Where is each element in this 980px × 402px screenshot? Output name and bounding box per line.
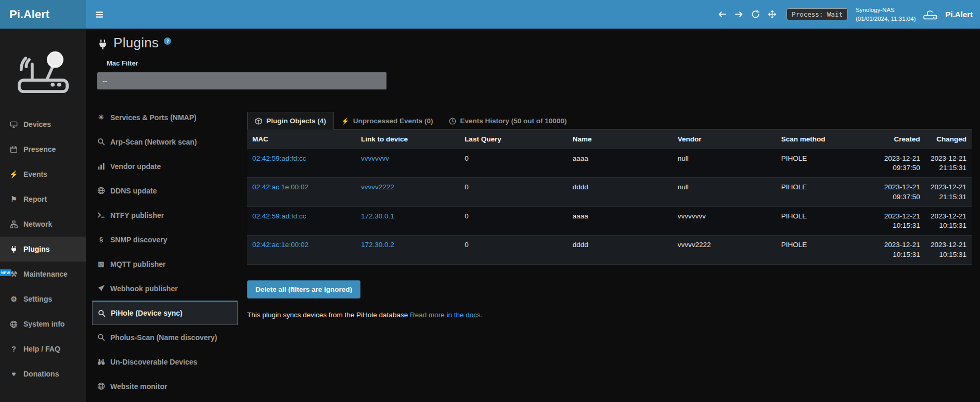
sidebar-item-presence[interactable]: Presence bbox=[0, 137, 86, 162]
device-link[interactable]: vvvvv2222 bbox=[361, 183, 394, 191]
plugin-nav-item-snmp-discovery[interactable]: § SNMP discovery bbox=[92, 227, 238, 252]
mac-link[interactable]: 02:42:ac:1e:00:02 bbox=[252, 183, 308, 191]
col-header-created: Created bbox=[879, 129, 925, 149]
help-badge[interactable]: ? bbox=[164, 37, 171, 45]
plugin-nav-item-ntfy-publisher[interactable]: NTFY publisher bbox=[92, 203, 238, 227]
cell-last-query: 0 bbox=[459, 206, 568, 235]
device-link[interactable]: 172.30.0.2 bbox=[361, 241, 394, 249]
cell-scan-method: PIHOLE bbox=[776, 149, 879, 178]
refresh-button[interactable] bbox=[751, 10, 760, 19]
host-name: Synology-NAS bbox=[856, 6, 916, 15]
mac-link[interactable]: 02:42:59:ad:fd:cc bbox=[252, 212, 306, 220]
device-link[interactable]: vvvvvvvv bbox=[361, 154, 389, 162]
cell-mac: 02:42:59:ad:fd:cc bbox=[247, 206, 356, 235]
plugin-nav-item-webhook-publisher[interactable]: Webhook publisher bbox=[92, 276, 238, 301]
plugin-nav-item-pihole-device-sync[interactable]: PiHole (Device sync) bbox=[92, 301, 238, 325]
plugin-nav-item-vendor-update[interactable]: Vendor update bbox=[92, 154, 238, 178]
plugin-nav-item-un-discoverable-devices[interactable]: Un-Discoverable Devices bbox=[92, 349, 238, 374]
plugin-nav-item-website-monitor[interactable]: Website monitor bbox=[92, 374, 238, 398]
topbar: Pi.Alert Process: Wait Synology-NAS (01/… bbox=[0, 0, 980, 29]
sidebar-item-label: Presence bbox=[23, 145, 56, 153]
sidebar-item-label: Plugins bbox=[23, 245, 50, 253]
process-status-badge: Process: Wait bbox=[786, 8, 848, 20]
plugin-nav-label: NTFY publisher bbox=[110, 211, 164, 219]
question-icon: ? bbox=[10, 345, 18, 353]
sidebar-item-events[interactable]: ⚡ Events bbox=[0, 162, 86, 187]
cell-link-to-device: 172.30.0.1 bbox=[356, 206, 459, 235]
nav-back-button[interactable] bbox=[718, 10, 727, 19]
cell-mac: 02:42:ac:1e:00:02 bbox=[247, 178, 356, 206]
sidebar-item-network[interactable]: Network bbox=[0, 212, 86, 237]
heart-icon: ♥ bbox=[10, 370, 18, 378]
cell-last-query: 0 bbox=[459, 236, 568, 264]
brand-logo[interactable]: Pi.Alert bbox=[0, 0, 86, 29]
sidebar-item-maintenance[interactable]: NEW ⚒ Maintenance bbox=[0, 262, 86, 287]
cell-mac: 02:42:ac:1e:00:02 bbox=[247, 236, 356, 264]
cell-created: 2023-12-21 10:15:31 bbox=[879, 206, 925, 235]
col-header-last-query: Last Query bbox=[459, 129, 568, 149]
tab-plugin-objects[interactable]: Plugin Objects (4) bbox=[247, 112, 334, 129]
arrow-right-icon bbox=[734, 10, 743, 19]
pialert-logo bbox=[0, 29, 86, 112]
globe-icon bbox=[10, 320, 18, 328]
topbar-right: Process: Wait Synology-NAS (01/01/2024, … bbox=[718, 0, 980, 29]
sidebar-item-settings[interactable]: ⚙ Settings bbox=[0, 287, 86, 312]
sidebar-item-label: Devices bbox=[23, 120, 51, 128]
sidebar-item-plugins[interactable]: Plugins bbox=[0, 237, 86, 262]
host-time: (01/01/2024, 11:31:04) bbox=[856, 15, 916, 23]
menu-toggle-button[interactable] bbox=[86, 0, 113, 29]
send-icon bbox=[97, 284, 105, 292]
cell-created: 2023-12-21 09:37:50 bbox=[879, 178, 925, 206]
plugin-objects-table: MAC Link to device Last Query Name Vendo… bbox=[247, 129, 972, 265]
device-link[interactable]: 172.30.0.1 bbox=[361, 212, 394, 220]
mac-link[interactable]: 02:42:59:ad:fd:cc bbox=[252, 154, 306, 162]
plugin-nav-label: PiHole (Device sync) bbox=[111, 309, 183, 317]
new-badge: NEW bbox=[0, 269, 11, 276]
col-header-name: Name bbox=[568, 129, 673, 149]
sidebar-item-system-info[interactable]: System info bbox=[0, 312, 86, 336]
cell-vendor: vvvvvvvv bbox=[673, 206, 776, 235]
cell-changed: 2023-12-21 10:15:31 bbox=[925, 206, 972, 235]
cell-name: aaaa bbox=[568, 206, 673, 235]
sidebar-item-label: System info bbox=[23, 320, 65, 328]
sidebar-item-report[interactable]: ⚑ Report bbox=[0, 187, 86, 212]
sidebar-item-label: Settings bbox=[23, 295, 52, 303]
plugin-nav-item-services-ports-nmap[interactable]: ✳ Services & Ports (NMAP) bbox=[92, 105, 238, 129]
mac-filter-input[interactable] bbox=[97, 72, 386, 89]
cell-changed: 2023-12-21 10:15:31 bbox=[925, 236, 972, 264]
globe-icon bbox=[97, 187, 105, 194]
mqtt-icon: ▧ bbox=[97, 260, 105, 268]
docs-link[interactable]: Read more in the docs. bbox=[410, 311, 483, 319]
col-header-vendor: Vendor bbox=[673, 129, 776, 149]
col-header-changed: Changed bbox=[925, 129, 972, 149]
sidebar-item-devices[interactable]: Devices bbox=[0, 112, 86, 137]
tab-unprocessed-events[interactable]: ⚡ Unprocessed Events (0) bbox=[334, 112, 441, 129]
mac-link[interactable]: 02:42:ac:1e:00:02 bbox=[252, 241, 308, 249]
move-button[interactable] bbox=[768, 10, 777, 19]
cube-icon bbox=[255, 118, 262, 125]
sidebar-item-donations[interactable]: ♥ Donations bbox=[0, 361, 86, 386]
tab-events-history[interactable]: Events History (50 out of 10000) bbox=[441, 112, 575, 129]
cell-vendor: null bbox=[673, 178, 776, 206]
sidebar-item-label: Maintenance bbox=[23, 270, 68, 278]
cell-changed: 2023-12-21 21:15:31 bbox=[925, 149, 972, 178]
app-root: Pi.Alert Process: Wait Synology-NAS (01/… bbox=[0, 0, 980, 402]
plugin-nav-item-pholus-scan[interactable]: Pholus-Scan (Name discovery) bbox=[92, 325, 238, 349]
plugin-nav-item-arp-scan[interactable]: Arp-Scan (Network scan) bbox=[92, 129, 238, 154]
nav-forward-button[interactable] bbox=[734, 10, 743, 19]
sidebar-item-label: Network bbox=[23, 220, 52, 228]
host-info: Synology-NAS (01/01/2024, 11:31:04) bbox=[856, 6, 916, 23]
cell-last-query: 0 bbox=[459, 149, 568, 178]
cell-name: aaaa bbox=[568, 149, 673, 178]
plugin-nav-item-mqtt-publisher[interactable]: ▧ MQTT publisher bbox=[92, 252, 238, 276]
search-icon bbox=[97, 138, 105, 146]
cell-name: dddd bbox=[568, 178, 673, 206]
plugin-nav-item-ddns-update[interactable]: DDNS update bbox=[92, 178, 238, 203]
mac-filter-label: Mac Filter bbox=[107, 59, 972, 67]
sidebar-item-help-faq[interactable]: ? Help / FAQ bbox=[0, 336, 86, 361]
plugin-content: Plugin Objects (4) ⚡ Unprocessed Events … bbox=[247, 112, 972, 398]
app-name: Pi.Alert bbox=[945, 10, 973, 19]
mac-filter-block: Mac Filter bbox=[92, 51, 972, 89]
move-icon bbox=[768, 10, 777, 19]
delete-all-button[interactable]: Delete all (filters are ignored) bbox=[247, 280, 360, 299]
